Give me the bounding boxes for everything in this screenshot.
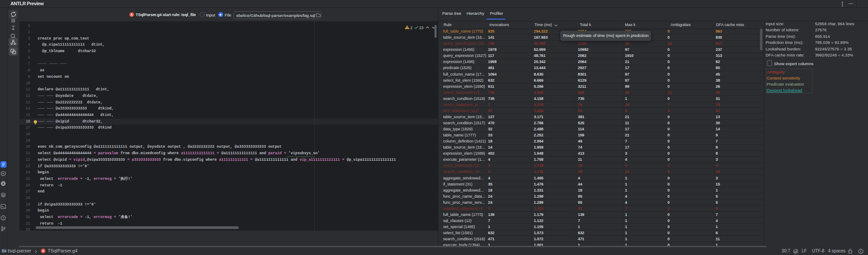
svg-text:23: 23 — [419, 26, 424, 30]
svg-text:A: A — [42, 249, 45, 253]
svg-text:2: 2 — [410, 26, 412, 30]
svg-text:A: A — [131, 13, 133, 17]
svg-text:A: A — [2, 182, 5, 185]
